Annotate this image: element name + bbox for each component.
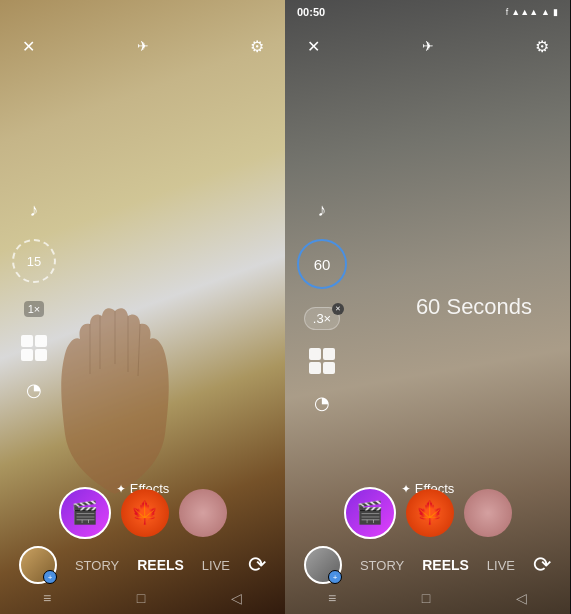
timer-value-left: 15 — [27, 254, 41, 269]
android-nav-right: ≡ □ ◁ — [285, 588, 570, 608]
effect-face-left[interactable] — [179, 489, 227, 537]
clock-icon-left[interactable]: ◔ — [26, 379, 42, 401]
nav-story-left[interactable]: STORY — [75, 558, 119, 573]
speed-badge-left[interactable]: 1× — [24, 301, 45, 317]
android-home-right[interactable]: □ — [422, 590, 430, 606]
effect-clapper-right[interactable]: 🎬 — [344, 487, 396, 539]
nav-live-right[interactable]: LIVE — [487, 558, 515, 573]
avatar-badge-left: + — [43, 570, 57, 584]
left-side-controls: ♪ 15 1× ◔ — [12, 200, 56, 401]
effects-row-left: 🎬 🍁 — [59, 487, 227, 539]
close-button-left[interactable]: ✕ — [14, 32, 42, 60]
right-side-controls: ♪ 60 .3× ✕ ◔ — [297, 200, 347, 414]
top-controls-right: ✕ ✈ ⚙ — [285, 28, 570, 64]
status-bar-right: 00:50 f ▲▲▲ ▲ ▮ — [285, 0, 570, 24]
flip-camera-right[interactable]: ⟳ — [533, 552, 551, 578]
avatar-badge-right: + — [328, 570, 342, 584]
bottom-nav-left: + STORY REELS LIVE ⟳ — [0, 546, 285, 584]
music-icon: ♪ — [30, 200, 39, 221]
android-menu-left[interactable]: ≡ — [43, 590, 51, 606]
right-panel: 00:50 f ▲▲▲ ▲ ▮ ✕ ✈ ⚙ ♪ 60 .3× ✕ ◔ — [285, 0, 570, 614]
effect-clapper-left[interactable]: 🎬 — [59, 487, 111, 539]
flash-button-right[interactable]: ✈ — [414, 32, 442, 60]
wifi-icon: ▲ — [541, 7, 550, 17]
timer-circle-right[interactable]: 60 — [297, 239, 347, 289]
speed-close-badge[interactable]: ✕ — [332, 303, 344, 315]
nav-live-left[interactable]: LIVE — [202, 558, 230, 573]
android-back-right[interactable]: ◁ — [516, 590, 527, 606]
speed-badge-container-right[interactable]: .3× ✕ — [304, 307, 340, 330]
effect-maple-left[interactable]: 🍁 — [121, 489, 169, 537]
status-time-right: 00:50 — [297, 6, 325, 18]
android-menu-right[interactable]: ≡ — [328, 590, 336, 606]
close-button-right[interactable]: ✕ — [299, 32, 327, 60]
clock-icon-right[interactable]: ◔ — [314, 392, 330, 414]
layout-icon-left[interactable] — [21, 335, 47, 361]
timer-value-right: 60 — [314, 256, 331, 273]
nav-avatar-right[interactable]: + — [304, 546, 342, 584]
settings-button-left[interactable]: ⚙ — [243, 32, 271, 60]
android-nav-left: ≡ □ ◁ — [0, 588, 285, 608]
android-home-left[interactable]: □ — [137, 590, 145, 606]
nav-reels-left[interactable]: REELS — [137, 557, 184, 573]
flip-camera-left[interactable]: ⟳ — [248, 552, 266, 578]
facebook-icon: f — [506, 7, 509, 17]
effect-face-right[interactable] — [464, 489, 512, 537]
signal-icon: ▲▲▲ — [511, 7, 538, 17]
hand-silhouette — [50, 294, 180, 494]
layout-icon-right[interactable] — [309, 348, 335, 374]
seconds-overlay: 60 Seconds — [416, 294, 532, 320]
timer-circle-left[interactable]: 15 — [12, 239, 56, 283]
settings-button-right[interactable]: ⚙ — [528, 32, 556, 60]
effects-row-right: 🎬 🍁 — [344, 487, 512, 539]
flash-button-left[interactable]: ✈ — [129, 32, 157, 60]
top-controls-left: ✕ ✈ ⚙ — [0, 28, 285, 64]
effect-maple-right[interactable]: 🍁 — [406, 489, 454, 537]
music-icon-right: ♪ — [318, 200, 327, 221]
nav-avatar-left[interactable]: + — [19, 546, 57, 584]
nav-reels-right[interactable]: REELS — [422, 557, 469, 573]
left-panel: ✕ ✈ ⚙ ♪ 15 1× ◔ ✦ Effects 🎬 🍁 — [0, 0, 285, 614]
battery-icon: ▮ — [553, 7, 558, 17]
bottom-nav-right: + STORY REELS LIVE ⟳ — [285, 546, 570, 584]
android-back-left[interactable]: ◁ — [231, 590, 242, 606]
status-icons-right: f ▲▲▲ ▲ ▮ — [506, 7, 558, 17]
nav-story-right[interactable]: STORY — [360, 558, 404, 573]
